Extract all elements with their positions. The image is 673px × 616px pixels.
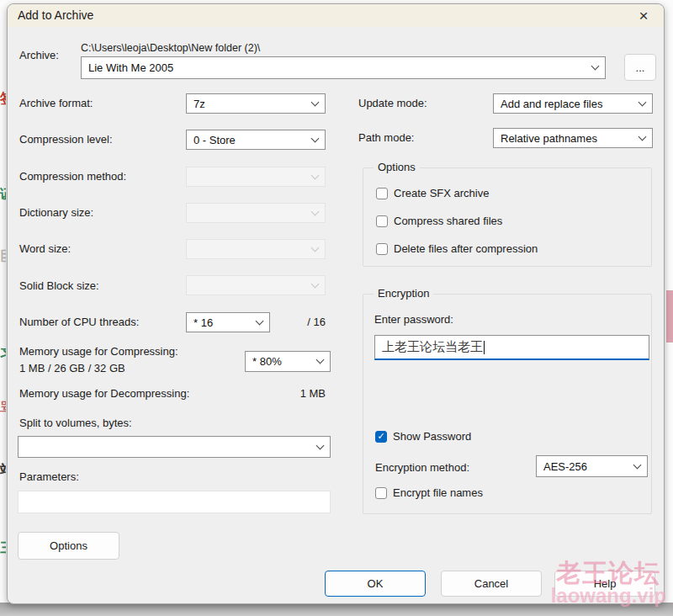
- chevron-down-icon: [311, 171, 320, 179]
- archive-format-value: 7z: [193, 98, 205, 110]
- parameters-input[interactable]: [18, 491, 331, 513]
- archive-format-select[interactable]: 7z: [186, 93, 326, 114]
- left-edge-artifact: 站: [0, 462, 6, 480]
- encryption-method-label: Encryption method:: [375, 461, 469, 474]
- solid-block-size-label: Solid Block size:: [19, 279, 99, 292]
- help-button-label: Help: [594, 577, 617, 590]
- browse-button[interactable]: ...: [624, 54, 656, 81]
- encrypt-names-checkbox-row[interactable]: Encrypt file names: [375, 486, 483, 499]
- archive-dir-path: C:\Users\leoja\Desktop\New folder (2)\: [81, 42, 260, 54]
- cpu-threads-select[interactable]: * 16: [186, 312, 270, 332]
- cancel-button-label: Cancel: [474, 577, 508, 590]
- encryption-method-select[interactable]: AES-256: [536, 455, 648, 477]
- encryption-group-title: Encryption: [374, 287, 433, 300]
- compression-level-select[interactable]: 0 - Store: [186, 130, 326, 150]
- show-password-label: Show Password: [393, 430, 471, 443]
- options-group-title: Options: [374, 161, 420, 173]
- add-to-archive-dialog: Add to Archive × Archive: C:\Users\leoja…: [7, 3, 665, 604]
- password-input[interactable]: 上老王论坛当老王: [374, 335, 649, 360]
- ok-button-label: OK: [368, 577, 384, 590]
- memory-compressing-select[interactable]: * 80%: [245, 351, 331, 372]
- chevron-down-icon: [639, 98, 647, 106]
- archive-name-combobox[interactable]: Lie With Me 2005: [81, 56, 606, 79]
- left-edge-artifact: 证: [0, 187, 6, 203]
- titlebar[interactable]: Add to Archive ×: [8, 4, 664, 27]
- encryption-groupbox: Encryption Enter password: 上老王论坛当老王 ✓ Sh…: [363, 294, 652, 514]
- right-edge-artifact: [666, 290, 673, 343]
- compress-shared-checkbox-row[interactable]: Compress shared files: [376, 215, 502, 227]
- memory-compressing-label: Memory usage for Compressing:: [19, 345, 178, 358]
- path-mode-select[interactable]: Relative pathnames: [493, 128, 653, 148]
- archive-name-value: Lie With Me 2005: [88, 61, 173, 74]
- compression-level-label: Compression level:: [19, 133, 113, 146]
- archive-label: Archive:: [19, 49, 59, 61]
- password-value: 上老王论坛当老王: [382, 339, 483, 355]
- chevron-down-icon: [311, 243, 320, 252]
- cpu-threads-max: / 16: [294, 316, 326, 328]
- chevron-down-icon: [639, 132, 647, 141]
- path-mode-value: Relative pathnames: [501, 132, 597, 145]
- dictionary-size-select: [186, 203, 326, 223]
- left-edge-artifact: 三: [0, 540, 6, 555]
- desktop-background-strip: [0, 603, 673, 616]
- delete-after-checkbox[interactable]: [376, 243, 388, 255]
- memory-decompressing-value: 1 MB: [277, 387, 326, 400]
- browse-button-label: ...: [636, 61, 645, 74]
- chevron-down-icon: [591, 62, 600, 71]
- enter-password-label: Enter password:: [374, 313, 453, 326]
- delete-after-checkbox-row[interactable]: Delete files after compression: [376, 242, 538, 255]
- left-edge-artifact: 巨: [0, 249, 6, 264]
- text-caret: [484, 341, 485, 354]
- chevron-down-icon: [311, 279, 320, 288]
- options-button-label: Options: [50, 539, 87, 552]
- memory-compressing-value: * 80%: [252, 355, 282, 368]
- delete-after-label: Delete files after compression: [394, 242, 538, 255]
- encryption-method-value: AES-256: [543, 460, 587, 473]
- compress-shared-label: Compress shared files: [394, 215, 502, 227]
- options-button[interactable]: Options: [18, 532, 119, 560]
- chevron-down-icon: [256, 316, 264, 325]
- left-edge-artifact: 骂: [0, 401, 6, 416]
- left-edge-artifact: 习: [0, 347, 6, 364]
- path-mode-label: Path mode:: [358, 131, 415, 144]
- cpu-threads-value: * 16: [193, 316, 213, 329]
- compression-method-label: Compression method:: [19, 170, 126, 183]
- memory-compressing-detail: 1 MB / 26 GB / 32 GB: [19, 362, 125, 374]
- close-icon[interactable]: ×: [633, 6, 654, 26]
- chevron-down-icon: [316, 441, 325, 449]
- cpu-threads-label: Number of CPU threads:: [19, 316, 139, 328]
- options-groupbox: Options Create SFX archive Compress shar…: [363, 167, 652, 267]
- encrypt-names-label: Encrypt file names: [393, 486, 483, 499]
- parameters-label: Parameters:: [19, 470, 79, 483]
- show-password-checkbox-row[interactable]: ✓ Show Password: [375, 430, 471, 443]
- chevron-down-icon: [316, 356, 325, 364]
- word-size-select: [186, 239, 326, 259]
- solid-block-size-select: [186, 275, 326, 295]
- update-mode-label: Update mode:: [358, 97, 427, 109]
- chevron-down-icon: [633, 460, 642, 469]
- memory-decompressing-label: Memory usage for Decompressing:: [19, 387, 189, 400]
- compression-level-value: 0 - Store: [193, 134, 236, 146]
- chevron-down-icon: [311, 207, 320, 215]
- encrypt-names-checkbox[interactable]: [375, 487, 387, 499]
- create-sfx-label: Create SFX archive: [394, 187, 489, 199]
- show-password-checkbox[interactable]: ✓: [375, 431, 387, 443]
- left-edge-artifact: 签: [0, 91, 6, 109]
- split-volumes-combobox[interactable]: [18, 436, 331, 458]
- window-title: Add to Archive: [18, 8, 93, 22]
- create-sfx-checkbox-row[interactable]: Create SFX archive: [376, 187, 489, 199]
- archive-format-label: Archive format:: [19, 97, 93, 109]
- update-mode-select[interactable]: Add and replace files: [493, 93, 653, 114]
- ok-button[interactable]: OK: [325, 571, 426, 597]
- compression-method-select: [186, 167, 326, 187]
- split-volumes-label: Split to volumes, bytes:: [19, 417, 132, 429]
- chevron-down-icon: [311, 134, 320, 142]
- create-sfx-checkbox[interactable]: [376, 188, 388, 199]
- chevron-down-icon: [311, 98, 320, 106]
- dictionary-size-label: Dictionary size:: [19, 206, 93, 219]
- update-mode-value: Add and replace files: [501, 98, 602, 110]
- compress-shared-checkbox[interactable]: [376, 215, 388, 227]
- word-size-label: Word size:: [19, 242, 71, 255]
- help-button[interactable]: Help: [554, 571, 655, 597]
- cancel-button[interactable]: Cancel: [441, 571, 542, 597]
